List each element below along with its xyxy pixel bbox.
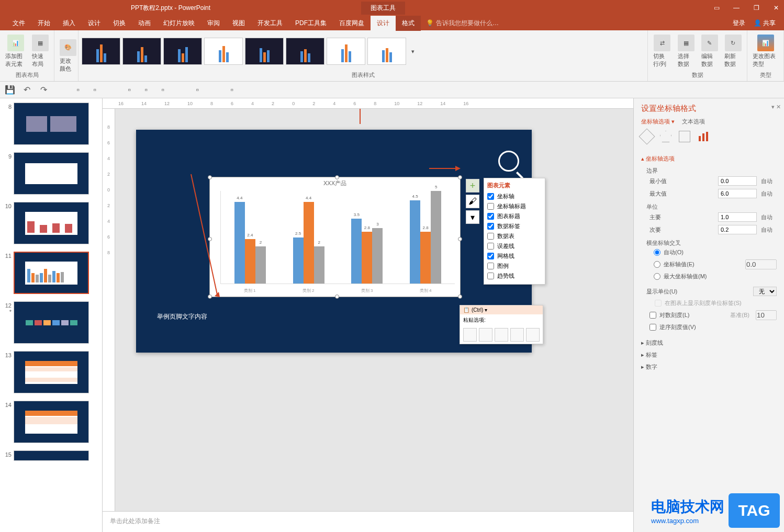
chart-filters-flyout-button[interactable]: ▾ (466, 210, 479, 224)
chk-gridlines[interactable]: 网格线 (487, 251, 542, 261)
tab-pdf[interactable]: PDF工具集 (289, 16, 333, 31)
slide-footer-text[interactable]: 举例页脚文字内容 (157, 312, 207, 321)
input-major[interactable] (718, 212, 757, 222)
pane-icon-axis[interactable] (698, 131, 709, 142)
tab-home[interactable]: 开始 (31, 16, 57, 31)
slide-thumb-15[interactable]: 15 (2, 450, 100, 461)
input-minor[interactable] (718, 225, 757, 234)
login-button[interactable]: 登录 (733, 19, 745, 28)
chart-styles-gallery[interactable] (82, 38, 406, 65)
undo-icon[interactable]: ↶ (22, 85, 31, 95)
tab-file[interactable]: 文件 (6, 16, 31, 31)
tab-developer[interactable]: 开发工具 (251, 16, 289, 31)
input-max[interactable] (718, 189, 757, 198)
pane-tab-axis-options[interactable]: 坐标轴选项 ▾ (641, 118, 675, 126)
tab-baidu[interactable]: 百度网盘 (333, 16, 371, 31)
qat-btn-5[interactable]: ▫ (158, 85, 167, 95)
slide-thumb-10[interactable]: 10 (2, 202, 100, 244)
tab-review[interactable]: 审阅 (201, 16, 226, 31)
change-colors-button[interactable]: 🎨更改颜色 (58, 38, 79, 74)
minimize-icon[interactable]: — (733, 4, 740, 12)
chart-style-5[interactable] (245, 38, 284, 65)
paste-option-4[interactable] (510, 328, 524, 342)
tab-view[interactable]: 视图 (226, 16, 251, 31)
section-labels[interactable]: ▸ 标签 (641, 349, 777, 361)
chk-data-table[interactable]: 数据表 (487, 231, 542, 241)
qat-btn-7[interactable]: ▫ (227, 85, 237, 95)
redo-icon[interactable]: ↷ (39, 85, 48, 95)
paste-option-3[interactable] (495, 328, 508, 342)
chk-axes[interactable]: 坐标轴 (487, 191, 542, 201)
close-icon[interactable]: ✕ (772, 4, 780, 12)
radio-cross-auto[interactable]: 自动(O) (641, 247, 777, 258)
slide-thumb-9[interactable]: 9 (2, 152, 100, 195)
edit-data-button[interactable]: ✎编辑数据 (699, 33, 721, 69)
chart-object[interactable]: XXX产品 4.4 2.4 2 2.5 4.4 (209, 177, 461, 297)
save-icon[interactable]: 💾 (5, 85, 15, 95)
current-slide[interactable]: XXX产品 4.4 2.4 2 2.5 4.4 (136, 130, 532, 353)
chk-legend[interactable]: 图例 (487, 261, 542, 271)
chart-plot-area[interactable]: 4.4 2.4 2 2.5 4.4 2 3.5 (220, 191, 455, 284)
qat-btn-4[interactable]: ▫ (141, 85, 151, 95)
chart-styles-flyout-button[interactable]: 🖌 (466, 195, 479, 208)
chart-style-6[interactable] (286, 38, 324, 65)
qat-btn-6[interactable]: ▫ (193, 85, 202, 95)
pane-tab-text-options[interactable]: 文本选项 (682, 118, 705, 126)
slide-thumb-8[interactable]: 8 (2, 103, 100, 145)
chk-trendline[interactable]: 趋势线 (487, 271, 542, 281)
qat-btn-3[interactable]: ▫ (125, 85, 134, 95)
chart-style-3[interactable] (163, 38, 202, 65)
share-button[interactable]: 👤 共享 (754, 19, 776, 28)
chk-axis-titles[interactable]: 坐标轴标题 (487, 201, 542, 211)
chk-data-labels[interactable]: 数据标签 (487, 221, 542, 231)
styles-more-button[interactable]: ▾ (408, 48, 418, 55)
tell-me-input[interactable]: 告诉我您想要做什么… (436, 19, 499, 28)
chk-reverse-order[interactable]: 逆序刻度值(V) (641, 322, 777, 333)
radio-cross-at[interactable]: 坐标轴值(E) (641, 258, 777, 271)
pane-options-icon[interactable]: ▾ ✕ (771, 104, 781, 110)
switch-row-col-button[interactable]: ⇄切换行/列 (651, 33, 674, 69)
qat-btn-1[interactable]: ▫ (73, 85, 83, 95)
tab-slideshow[interactable]: 幻灯片放映 (157, 16, 201, 31)
radio-cross-max[interactable]: 最大坐标轴值(M) (641, 271, 777, 282)
chart-elements-flyout-button[interactable]: + (466, 179, 479, 193)
chart-style-1[interactable] (82, 38, 120, 65)
qat-btn-2[interactable]: ▫ (90, 85, 99, 95)
pane-icon-size[interactable] (679, 131, 690, 142)
chart-title[interactable]: XXX产品 (210, 177, 460, 189)
chart-style-7[interactable] (327, 38, 365, 65)
slide-thumb-13[interactable]: 13 (2, 351, 100, 393)
input-min[interactable] (718, 176, 757, 186)
add-chart-element-button[interactable]: 📊添加图表元素 (3, 33, 28, 69)
change-chart-type-button[interactable]: 📊更改图表类型 (751, 33, 780, 69)
chk-log-scale[interactable]: 对数刻度(L)基准(B) (641, 309, 777, 322)
paste-option-1[interactable] (463, 328, 477, 342)
slide-thumb-11[interactable]: 11 (2, 252, 100, 294)
restore-icon[interactable]: ❐ (753, 4, 760, 12)
select-data-button[interactable]: ▦选择数据 (676, 33, 697, 69)
tab-design-main[interactable]: 设计 (82, 16, 107, 31)
pane-icon-effects[interactable] (660, 131, 671, 142)
paste-ctrl-button[interactable]: 📋 (Ctrl) ▾ (460, 305, 543, 314)
slide-thumb-14[interactable]: 14 (2, 401, 100, 443)
tab-animations[interactable]: 动画 (132, 16, 157, 31)
chart-category-axis[interactable]: 类别 1类别 2类别 3类别 4 (220, 288, 455, 293)
paste-option-5[interactable] (526, 328, 540, 342)
ribbon-display-icon[interactable]: ▭ (713, 4, 720, 12)
slide-thumbnails-panel[interactable]: 8 9 10 11 12* 13 14 15 (0, 98, 103, 532)
input-cross-value[interactable] (745, 259, 777, 269)
slide-thumb-12[interactable]: 12* (2, 301, 100, 344)
quick-layout-button[interactable]: ▦快速布局 (30, 33, 51, 69)
tab-format-chart[interactable]: 格式 (396, 16, 421, 31)
canvas[interactable]: XXX产品 4.4 2.4 2 2.5 4.4 (115, 109, 633, 511)
pane-icon-fill[interactable] (639, 128, 655, 144)
chart-style-4[interactable] (204, 38, 243, 65)
section-axis-options[interactable]: ▴ 坐标轴选项 (641, 153, 777, 165)
tab-insert[interactable]: 插入 (57, 16, 82, 31)
section-number[interactable]: ▸ 数字 (641, 361, 777, 373)
refresh-data-button[interactable]: ↻刷新数据 (722, 33, 744, 69)
chk-chart-title[interactable]: 图表标题 (487, 211, 542, 221)
select-display-unit[interactable]: 无 (753, 287, 777, 296)
chart-style-8[interactable] (367, 38, 406, 65)
tab-design-chart[interactable]: 设计 (371, 16, 396, 31)
